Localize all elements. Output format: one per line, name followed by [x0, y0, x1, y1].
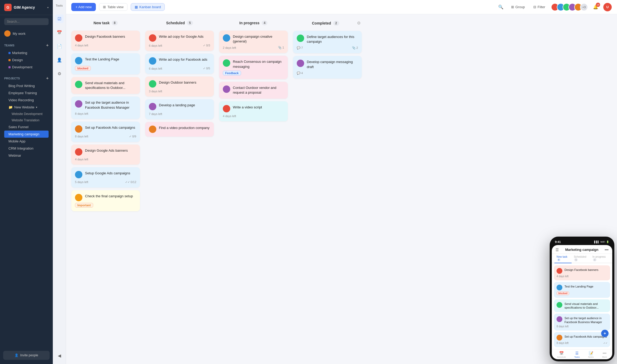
- phone-more-icon[interactable]: •••: [605, 248, 609, 252]
- card-title: Set up the target audience in Facebook B…: [85, 100, 136, 110]
- card-check-final-campaign[interactable]: Check the final campaign setup Important: [71, 190, 140, 211]
- sidebar-item-crm-integration[interactable]: CRM Integration: [4, 145, 49, 152]
- group-button[interactable]: ⊞ Group: [508, 3, 527, 11]
- search-input[interactable]: [4, 18, 49, 25]
- phone-nav-schedule[interactable]: 📅 Schedule: [557, 351, 566, 358]
- avatar: [75, 125, 82, 133]
- sidebar-item-development[interactable]: Development: [4, 64, 49, 71]
- phone-card-title: Test the Landing Page: [564, 285, 607, 288]
- sidebar-item-marketing[interactable]: Marketing: [4, 49, 49, 56]
- phone-menu-icon[interactable]: ☰: [555, 248, 559, 252]
- card-reach-consensus[interactable]: Reach Consensus on campaign messaging Fe…: [219, 56, 288, 79]
- filter-button[interactable]: ⊟ Filter: [531, 3, 548, 11]
- schedule-icon: 📅: [559, 351, 564, 355]
- sidebar-my-work[interactable]: My work: [0, 28, 53, 39]
- phone-nav-tasks[interactable]: ☰ Tasks: [574, 351, 580, 358]
- add-new-button[interactable]: + Add new: [71, 3, 96, 11]
- add-project-button[interactable]: +: [46, 76, 49, 81]
- gear-icon[interactable]: ⚙: [357, 21, 361, 26]
- settings-icon[interactable]: ⚙: [55, 69, 64, 78]
- search-button[interactable]: 🔍: [496, 3, 505, 12]
- phone-card-1[interactable]: Design Facebook banners 4 days left: [554, 265, 610, 280]
- doc-icon[interactable]: 📄: [55, 42, 64, 50]
- add-team-button[interactable]: +: [46, 43, 49, 48]
- card-set-up-target-audience[interactable]: Set up the target audience in Facebook B…: [71, 97, 140, 119]
- avatar: [149, 80, 156, 88]
- group-icon: ⊞: [511, 5, 514, 9]
- card-design-outdoor-banners[interactable]: Design Outdoor banners 3 days left: [145, 76, 214, 97]
- card-develop-campaign-messaging[interactable]: Develop campaign messaging draft 💬 4: [293, 56, 362, 78]
- card-days: 6 days left: [149, 44, 162, 47]
- sidebar-item-webinar[interactable]: Webinar: [4, 152, 49, 159]
- column-header-in-progress: In progress 4: [219, 20, 288, 28]
- card-contact-outdoor-vendor[interactable]: Contact Ourdoor vendor and request a pro…: [219, 82, 288, 99]
- card-design-campaign-creative[interactable]: Design campaign creative (general) 2 day…: [219, 31, 288, 53]
- calendar-icon[interactable]: 📅: [55, 28, 64, 37]
- phone-card-3[interactable]: Send visual materials and specifications…: [554, 299, 610, 312]
- sidebar-item-website-translation[interactable]: Website Translation: [4, 117, 49, 123]
- sidebar-item-blog-post-writing[interactable]: Blog Post Writing: [4, 82, 49, 89]
- phone-tab-new-task[interactable]: New task 8: [554, 254, 572, 263]
- user-avatar[interactable]: U: [603, 3, 612, 11]
- phone-bottom-nav: 📅 Schedule ☰ Tasks 📝 Notes ••• More: [552, 349, 612, 359]
- sidebar-header[interactable]: G GIM Agency ▾: [0, 0, 53, 15]
- card-title: Design Google Ads banners: [85, 148, 136, 153]
- teams-label: Teams: [4, 44, 15, 47]
- sidebar-projects-section: Projects + Blog Post Writing Employee Tr…: [0, 72, 53, 160]
- phone-tab-in-progress[interactable]: In progress 4: [590, 254, 610, 263]
- invite-people-button[interactable]: 👤 Invite people: [3, 351, 50, 360]
- card-define-target-audiences[interactable]: Define target audiences for this campaig…: [293, 31, 362, 53]
- kanban-board-button[interactable]: ▦ Kanban board: [131, 3, 165, 11]
- kanban-board-label: Kanban board: [139, 5, 161, 9]
- phone-card-2[interactable]: Test the Landing Page blocked: [554, 282, 610, 298]
- sidebar-item-website-development[interactable]: Website Development: [4, 111, 49, 117]
- table-view-button[interactable]: ⊞ Table view: [99, 3, 128, 11]
- team-dot-development: [8, 66, 11, 68]
- sidebar-item-mobile-app[interactable]: Mobile App: [4, 138, 49, 145]
- phone-status-badge: blocked: [557, 291, 569, 295]
- tasks-icon[interactable]: ☑: [55, 15, 64, 23]
- card-send-visual-materials[interactable]: Send visual materials and specifications…: [71, 77, 140, 94]
- card-set-up-facebook-ads[interactable]: Set up Facebook Ads campaigns 8 days lef…: [71, 122, 140, 142]
- sidebar-item-sales-funnel[interactable]: Sales Funnel: [4, 123, 49, 131]
- phone-card-title: Set up Facebook Ads campaigns: [564, 335, 607, 338]
- phone-tab-scheduled[interactable]: Scheduled 5: [572, 254, 590, 263]
- card-find-video-production[interactable]: Find a video production company: [145, 122, 214, 137]
- sidebar-item-design[interactable]: Design: [4, 56, 49, 64]
- folder-icon: 📁: [8, 105, 13, 109]
- sidebar-item-video-recording[interactable]: Video Recording: [4, 97, 49, 104]
- card-test-landing-page[interactable]: Test the Landing Page blocked: [71, 53, 140, 74]
- card-develop-landing-page[interactable]: Develop a landing page 7 days left: [145, 99, 214, 119]
- person-icon[interactable]: 👤: [55, 56, 64, 64]
- filter-label: Filter: [538, 5, 545, 9]
- sidebar-item-new-website[interactable]: 📁 New Website ▾: [4, 104, 49, 111]
- sidebar-item-marketing-campaign[interactable]: Marketing campaign: [4, 131, 49, 138]
- card-design-google-ads-banners[interactable]: Design Google Ads banners 4 days left: [71, 145, 140, 165]
- card-write-ad-copy-google[interactable]: Write ad copy for Google Ads 6 days left…: [145, 31, 214, 51]
- phone-card-title: Set up the target audience in Facebook B…: [564, 316, 607, 324]
- column-title-scheduled: Scheduled: [166, 21, 185, 25]
- card-title: Develop a landing page: [159, 103, 210, 108]
- sidebar-item-employee-training[interactable]: Employee Training: [4, 89, 49, 97]
- phone-fab-button[interactable]: +: [601, 330, 609, 337]
- signal-icon: ▌▌▌: [594, 241, 599, 243]
- card-days: 5 days left: [75, 180, 88, 184]
- phone-card-title: Send visual materials and specifications…: [564, 302, 607, 310]
- column-count-scheduled: 5: [187, 21, 193, 25]
- phone-title: Marketing campaign: [565, 248, 599, 252]
- phone-nav-notes[interactable]: 📝 Notes: [588, 351, 594, 358]
- phone-nav-more[interactable]: ••• More: [602, 351, 607, 358]
- card-write-video-script[interactable]: Write a video script 4 days left: [219, 101, 288, 121]
- avatar-count: +3: [580, 3, 588, 11]
- card-write-ad-copy-facebook[interactable]: Write ad copy for Facebook ads 6 days le…: [145, 54, 214, 74]
- avatar: [223, 59, 230, 67]
- collapse-icon[interactable]: ◀: [55, 351, 64, 360]
- card-days: 4 days left: [75, 44, 88, 47]
- user-avatars[interactable]: +3: [551, 3, 588, 11]
- card-setup-google-ads-campaigns[interactable]: Setup Google Ads campaigns 5 days left ✓…: [71, 167, 140, 188]
- phone-header: ☰ Marketing campaign •••: [552, 245, 612, 254]
- card-days: 7 days left: [149, 112, 162, 116]
- card-design-facebook-banners[interactable]: Design Facebook banners 4 days left: [71, 31, 140, 51]
- notification-button[interactable]: 🔔 18: [591, 3, 600, 12]
- phone-card-4[interactable]: Set up the target audience in Facebook B…: [554, 314, 610, 331]
